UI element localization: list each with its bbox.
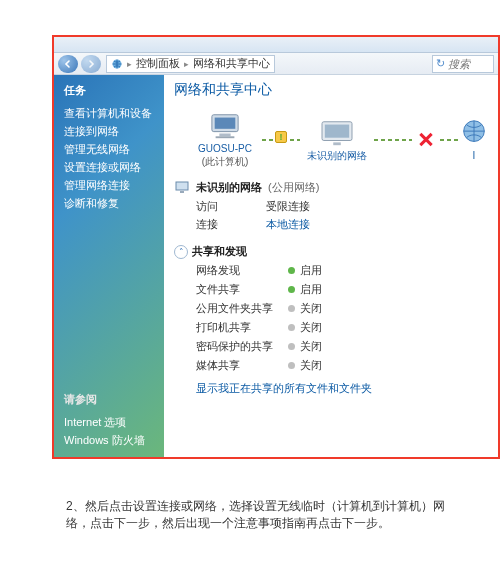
monitor-icon bbox=[318, 118, 356, 148]
map-link bbox=[374, 139, 412, 141]
chevron-right-icon: ▸ bbox=[127, 59, 132, 69]
unknown-network-section: 未识别的网络 (公用网络) bbox=[174, 179, 498, 195]
map-node-unknown-network[interactable]: 未识别的网络 bbox=[306, 118, 368, 162]
search-input[interactable] bbox=[448, 58, 490, 70]
chevron-right-icon: ▸ bbox=[184, 59, 189, 69]
network-map: GUOSU-PC (此计算机) ! 未识别的网络 I bbox=[194, 111, 498, 169]
status-dot-icon bbox=[288, 362, 295, 369]
sidebar-item[interactable]: 管理无线网络 bbox=[64, 140, 154, 158]
setting-state: 关闭 bbox=[300, 358, 322, 373]
svg-rect-2 bbox=[215, 118, 236, 129]
warning-icon: ! bbox=[275, 131, 287, 143]
share-setting-row[interactable]: 密码保护的共享关闭 bbox=[196, 339, 498, 354]
status-dot-icon bbox=[288, 324, 295, 331]
map-node-this-pc[interactable]: GUOSU-PC (此计算机) bbox=[194, 111, 256, 169]
nav-toolbar: ▸ 控制面板 ▸ 网络和共享中心 ↻ bbox=[54, 53, 498, 75]
globe-icon bbox=[455, 118, 493, 148]
breadcrumb-item[interactable]: 网络和共享中心 bbox=[193, 56, 270, 71]
status-dot-icon bbox=[288, 267, 295, 274]
setting-name: 媒体共享 bbox=[196, 358, 288, 373]
map-link bbox=[440, 139, 458, 141]
setting-name: 文件共享 bbox=[196, 282, 288, 297]
sidebar-header: 任务 bbox=[64, 83, 154, 98]
computer-icon bbox=[206, 111, 244, 141]
breadcrumb-item[interactable]: 控制面板 bbox=[136, 56, 180, 71]
share-setting-row[interactable]: 公用文件夹共享关闭 bbox=[196, 301, 498, 316]
chevron-up-icon: ˄ bbox=[174, 245, 188, 259]
svg-rect-4 bbox=[216, 136, 235, 138]
share-setting-row[interactable]: 媒体共享关闭 bbox=[196, 358, 498, 373]
see-also-header: 请参阅 bbox=[64, 392, 154, 407]
setting-state: 启用 bbox=[300, 282, 322, 297]
status-dot-icon bbox=[288, 305, 295, 312]
search-box[interactable]: ↻ bbox=[432, 55, 494, 73]
sidebar-seealso-item[interactable]: Internet 选项 bbox=[64, 413, 154, 431]
setting-name: 打印机共享 bbox=[196, 320, 288, 335]
setting-state: 启用 bbox=[300, 263, 322, 278]
svg-rect-9 bbox=[176, 182, 188, 190]
refresh-icon[interactable]: ↻ bbox=[436, 57, 445, 70]
setting-name: 网络发现 bbox=[196, 263, 288, 278]
setting-name: 公用文件夹共享 bbox=[196, 301, 288, 316]
map-node-internet[interactable]: I bbox=[464, 118, 484, 162]
sidebar-item[interactable]: 管理网络连接 bbox=[64, 176, 154, 194]
setting-state: 关闭 bbox=[300, 320, 322, 335]
network-icon bbox=[111, 58, 123, 70]
sidebar-item[interactable]: 连接到网络 bbox=[64, 122, 154, 140]
main-content: 网络和共享中心 GUOSU-PC (此计算机) ! 未识别的网络 bbox=[164, 75, 498, 457]
status-row: 连接 本地连接 bbox=[196, 217, 498, 232]
share-section-toggle[interactable]: ˄ 共享和发现 bbox=[174, 244, 498, 259]
status-dot-icon bbox=[288, 343, 295, 350]
control-panel-window: ▸ 控制面板 ▸ 网络和共享中心 ↻ 任务 查看计算机和设备 连接到网络 管理无… bbox=[52, 35, 500, 459]
status-dot-icon bbox=[288, 286, 295, 293]
share-setting-row[interactable]: 打印机共享关闭 bbox=[196, 320, 498, 335]
setting-state: 关闭 bbox=[300, 301, 322, 316]
svg-rect-10 bbox=[180, 191, 184, 193]
setting-name: 密码保护的共享 bbox=[196, 339, 288, 354]
page-title: 网络和共享中心 bbox=[174, 81, 498, 99]
back-button[interactable] bbox=[58, 55, 78, 73]
share-setting-row[interactable]: 文件共享启用 bbox=[196, 282, 498, 297]
svg-rect-3 bbox=[219, 134, 230, 137]
disconnected-icon bbox=[418, 132, 434, 148]
show-shared-files-link[interactable]: 显示我正在共享的所有文件和文件夹 bbox=[196, 381, 498, 396]
svg-rect-7 bbox=[333, 142, 341, 145]
sidebar-seealso-item[interactable]: Windows 防火墙 bbox=[64, 431, 154, 449]
window-titlebar bbox=[54, 37, 498, 53]
network-status-icon bbox=[174, 179, 190, 195]
map-link-warning: ! bbox=[262, 139, 300, 141]
forward-button[interactable] bbox=[81, 55, 101, 73]
sidebar-item[interactable]: 设置连接或网络 bbox=[64, 158, 154, 176]
sidebar-item[interactable]: 诊断和修复 bbox=[64, 194, 154, 212]
status-row: 访问 受限连接 bbox=[196, 199, 498, 214]
svg-rect-6 bbox=[325, 125, 349, 138]
task-sidebar: 任务 查看计算机和设备 连接到网络 管理无线网络 设置连接或网络 管理网络连接 … bbox=[54, 75, 164, 457]
share-settings-list: 网络发现启用文件共享启用公用文件夹共享关闭打印机共享关闭密码保护的共享关闭媒体共… bbox=[196, 263, 498, 373]
breadcrumb[interactable]: ▸ 控制面板 ▸ 网络和共享中心 bbox=[106, 55, 275, 73]
sidebar-item[interactable]: 查看计算机和设备 bbox=[64, 104, 154, 122]
setting-state: 关闭 bbox=[300, 339, 322, 354]
instruction-caption: 2、然后点击设置连接或网络，选择设置无线临时（计算机到计算机）网络，点击下一步，… bbox=[66, 498, 446, 532]
share-setting-row[interactable]: 网络发现启用 bbox=[196, 263, 498, 278]
